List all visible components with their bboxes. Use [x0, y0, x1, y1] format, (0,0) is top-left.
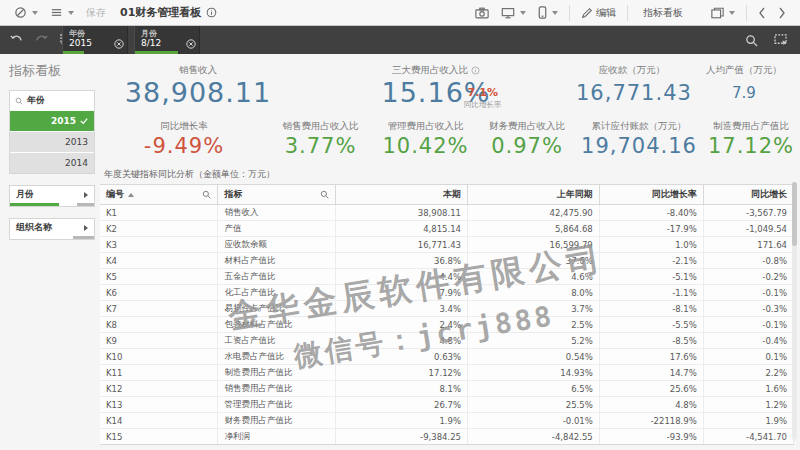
table-row[interactable]: K10水电费占产值比0.63%0.54%17.6%0.1% [100, 349, 794, 365]
kpi-value: 10.42% [373, 134, 478, 158]
column-header-yoy-rate[interactable]: 同比增长率 [599, 185, 703, 205]
scrollbar-thumb[interactable] [792, 182, 797, 246]
kpi-label: 销售收入 [100, 64, 296, 77]
step-back-icon[interactable] [10, 34, 23, 46]
table-row[interactable]: K5五金占产值比4.4%4.6%-5.1%-0.2% [100, 269, 794, 285]
table-row[interactable]: K9工资占产值比4.8%5.2%-8.5%-0.4% [100, 333, 794, 349]
kpi-label: 同比增长率 [100, 120, 268, 133]
column-header-current[interactable]: 本期 [336, 185, 468, 205]
table-cell: 1.9% [703, 413, 793, 429]
desktop-view-button[interactable] [495, 5, 532, 21]
chip-field-label: 月份 [141, 29, 185, 38]
table-cell: 14.93% [468, 365, 600, 381]
table-row[interactable]: K8包装材料占产值比2.4%2.5%-5.5%-0.1% [100, 317, 794, 333]
search-icon[interactable] [202, 190, 211, 199]
table-cell: 2.4% [336, 317, 468, 333]
year-option-label: 2014 [65, 158, 88, 168]
info-icon[interactable] [471, 66, 480, 75]
chevron-right-icon [778, 7, 786, 19]
table-cell: K14 [100, 413, 218, 429]
monitor-icon [501, 7, 515, 19]
table-row[interactable]: K1销售收入38,908.1142,475.90-8.40%-3,567.79 [100, 205, 794, 221]
next-sheet-button[interactable] [772, 5, 792, 21]
table-cell: -0.01% [468, 413, 600, 429]
table-cell: -0.1% [703, 285, 793, 301]
month-filter-label: 月份 [16, 188, 34, 201]
table-cell: 4,815.14 [336, 221, 468, 237]
kpi-value: 16,771.43 [576, 78, 688, 108]
table-cell: -0.8% [703, 253, 793, 269]
month-filter-collapsed[interactable]: 月份 [9, 185, 95, 207]
table-row[interactable]: K3应收款余额16,771.4316,599.791.0%171.64 [100, 237, 794, 253]
year-listbox-header[interactable]: 年份 [10, 91, 94, 110]
kpi-label: 三大费用占收入比 [296, 64, 576, 77]
table-row[interactable]: K14财务费用占产值比1.9%-0.01%-22118.9%1.9% [100, 413, 794, 429]
column-header-yoy-growth[interactable]: 同比增长 [703, 185, 793, 205]
caret-down-icon [520, 11, 526, 15]
table-scrollbar[interactable] [792, 182, 797, 440]
prev-sheet-button[interactable] [752, 5, 772, 21]
mobile-view-button[interactable] [532, 4, 564, 21]
global-menu-button[interactable] [8, 4, 44, 21]
kpi-label: 销售费用占收入比 [268, 120, 373, 133]
year-option-label: 2013 [65, 137, 88, 147]
table-cell: 171.64 [703, 237, 793, 253]
table-cell: -0.4% [703, 333, 793, 349]
year-option-2015[interactable]: 2015 [10, 111, 94, 131]
info-icon[interactable] [206, 7, 217, 18]
filter-chip-month[interactable]: 月份 8/12 [134, 26, 200, 54]
kpi-three-expense-ratio: 三大费用占收入比 15.16% 7.1% 同比增长率 [296, 64, 576, 108]
table-body: K1销售收入38,908.1142,475.90-8.40%-3,567.79K… [100, 205, 794, 445]
kpi-selling-expense-ratio: 销售费用占收入比 3.77% [268, 120, 373, 158]
smart-search-icon[interactable] [745, 34, 758, 47]
column-header-indicator[interactable]: 指标 [218, 185, 336, 205]
pencil-icon [581, 7, 593, 19]
save-label: 保存 [86, 6, 106, 20]
edit-button[interactable]: 编辑 [575, 4, 622, 22]
sidebar-title: 指标看板 [9, 62, 95, 80]
table-cell: 化工占产值比 [218, 285, 336, 301]
column-header-id[interactable]: 编号 [100, 185, 218, 205]
search-icon[interactable] [320, 190, 329, 199]
table-cell: -9,384.25 [336, 429, 468, 445]
search-icon[interactable] [15, 97, 23, 105]
table-row[interactable]: K4材料占产值比36.8%37.6%-2.1%-0.8% [100, 253, 794, 269]
kpi-value: 17.12% [702, 134, 800, 158]
year-option-2014[interactable]: 2014 [10, 153, 94, 173]
story-icon [711, 7, 724, 19]
story-button[interactable] [705, 5, 741, 21]
org-selection-bar [10, 236, 94, 239]
table-row[interactable]: K12销售费用占产值比8.1%6.5%25.6%1.6% [100, 381, 794, 397]
table-row[interactable]: K6化工占产值比7.9%8.0%-1.1%-0.1% [100, 285, 794, 301]
table-row[interactable]: K11制造费用占产值比17.12%14.93%14.7%2.2% [100, 365, 794, 381]
table-cell: -0.1% [703, 317, 793, 333]
save-button[interactable]: 保存 [80, 4, 112, 22]
kpi-value: 3.77% [268, 134, 373, 158]
filter-chip-year[interactable]: 年份 2015 [62, 26, 128, 54]
table-cell: 五金占产值比 [218, 269, 336, 285]
column-header-prior-year[interactable]: 上年同期 [468, 185, 600, 205]
table-cell: K9 [100, 333, 218, 349]
table-cell: K5 [100, 269, 218, 285]
app-options-button[interactable] [44, 4, 80, 21]
table-cell: -93.9% [599, 429, 703, 445]
step-forward-icon[interactable] [35, 34, 48, 46]
chip-close-icon[interactable] [114, 34, 124, 53]
sheet-name[interactable]: 指标看板 [633, 6, 705, 20]
org-filter-collapsed[interactable]: 组织名称 [9, 218, 95, 240]
table-cell: 38,908.11 [336, 205, 468, 221]
table-row[interactable]: K13管理费用占产值比26.7%25.5%4.8%1.2% [100, 397, 794, 413]
phone-icon [538, 6, 547, 19]
kpi-label: 管理费用占收入比 [373, 120, 478, 133]
table-cell: K11 [100, 365, 218, 381]
selections-tool-icon[interactable] [774, 34, 788, 46]
year-option-2013[interactable]: 2013 [10, 132, 94, 152]
table-row[interactable]: K7易损件占产值比3.4%3.7%-8.1%-0.3% [100, 301, 794, 317]
chip-close-icon[interactable] [186, 34, 196, 53]
table-row[interactable]: K15净利润-9,384.25-4,842.55-93.9%-4,541.70 [100, 429, 794, 445]
table-cell: -8.1% [599, 301, 703, 317]
table-cell: 7.9% [336, 285, 468, 301]
snapshot-button[interactable] [469, 5, 495, 21]
table-row[interactable]: K2产值4,815.145,864.68-17.9%-1,049.54 [100, 221, 794, 237]
chip-field-label: 年份 [69, 29, 113, 38]
